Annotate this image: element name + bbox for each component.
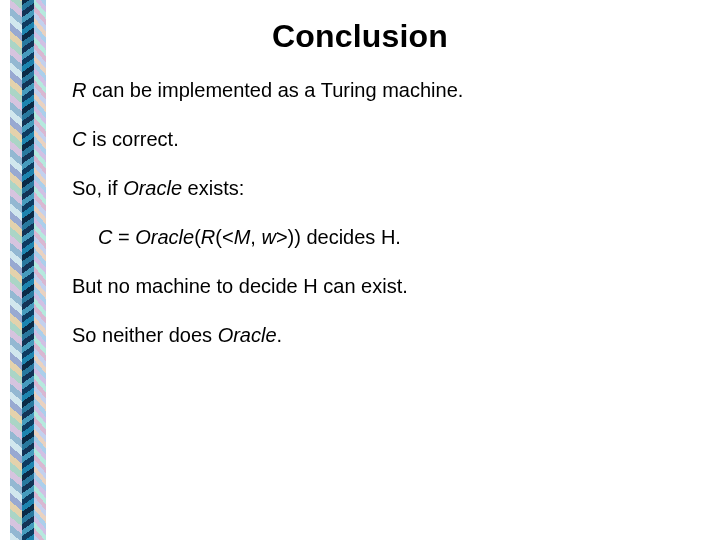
comma: , bbox=[250, 226, 261, 248]
var-M: M bbox=[234, 226, 251, 248]
line-5: But no machine to decide H can exist. bbox=[72, 274, 680, 299]
slide-title: Conclusion bbox=[0, 18, 720, 55]
line-4-suffix: >)) decides H. bbox=[276, 226, 401, 248]
line-2-text: is correct. bbox=[86, 128, 178, 150]
eq-sign: = bbox=[112, 226, 135, 248]
line-4: C = Oracle(R(<M, w>)) decides H. bbox=[72, 225, 680, 250]
side-band-column bbox=[34, 0, 46, 540]
var-C: C bbox=[72, 128, 86, 150]
line-6-suffix: . bbox=[277, 324, 283, 346]
var-R: R bbox=[201, 226, 215, 248]
line-6: So neither does Oracle. bbox=[72, 323, 680, 348]
slide-body: R can be implemented as a Turing machine… bbox=[72, 78, 680, 372]
line-3-suffix: exists: bbox=[182, 177, 244, 199]
line-1-text: can be implemented as a Turing machine. bbox=[86, 79, 463, 101]
angle-open: (< bbox=[215, 226, 233, 248]
line-3-prefix: So, if bbox=[72, 177, 123, 199]
line-6-prefix: So neither does bbox=[72, 324, 218, 346]
slide: Conclusion R can be implemented as a Tur… bbox=[0, 0, 720, 540]
var-Oracle: Oracle bbox=[218, 324, 277, 346]
var-R: R bbox=[72, 79, 86, 101]
side-band-column bbox=[10, 0, 22, 540]
decorative-side-band bbox=[10, 0, 46, 540]
var-Oracle: Oracle bbox=[123, 177, 182, 199]
var-w: w bbox=[261, 226, 275, 248]
line-1: R can be implemented as a Turing machine… bbox=[72, 78, 680, 103]
paren-open: ( bbox=[194, 226, 201, 248]
var-Oracle: Oracle bbox=[135, 226, 194, 248]
line-2: C is correct. bbox=[72, 127, 680, 152]
line-3: So, if Oracle exists: bbox=[72, 176, 680, 201]
side-band-column bbox=[22, 0, 34, 540]
var-C: C bbox=[98, 226, 112, 248]
